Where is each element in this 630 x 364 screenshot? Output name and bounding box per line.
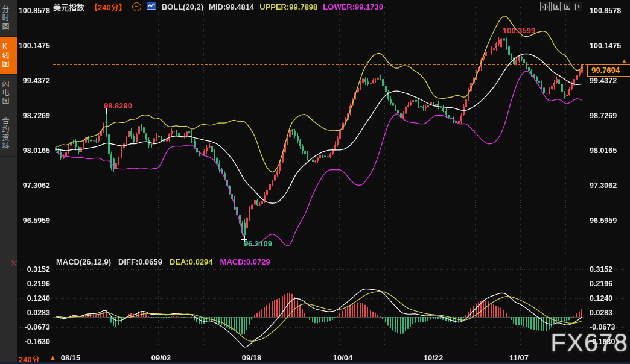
zoom-x-axis-button[interactable] — [551, 2, 561, 11]
x-axis-label: 10/22 — [424, 353, 444, 362]
collapse-indicator-icon[interactable]: − — [132, 2, 141, 11]
macd-axis-label: 0.1240 — [590, 294, 623, 303]
price-axis-label: 98.7269 — [590, 111, 623, 120]
macd-axis-label: 0.2196 — [16, 280, 50, 288]
macd-axis-label: 0.3152 — [590, 265, 623, 274]
price-axis-label: 97.3062 — [590, 181, 623, 190]
chart-type-sidebar: 分时图 K线图 闪电图 合约资料 — [0, 0, 18, 364]
price-axis-label: 100.1475 — [590, 42, 623, 50]
price-axis-label: 96.5959 — [16, 216, 50, 225]
scroll-right-button[interactable] — [573, 2, 582, 11]
swing-low-annotation: 96.2109 — [244, 239, 272, 248]
price-axis-label: 100.8578 — [16, 7, 50, 15]
local-high-annotation: 98.8290 — [104, 101, 132, 110]
macd-axis-label: -0.0673 — [16, 323, 50, 331]
boll-params-label: BOLL(20,2) — [162, 2, 203, 11]
chart-header: 美元指数 【240分】 − BOLL(20,2) MID:99.4814 UPP… — [53, 2, 383, 11]
price-axis-label: 100.1475 — [16, 42, 50, 50]
x-axis-label: 09/18 — [242, 353, 262, 362]
last-price-tag: 99.7694 — [587, 64, 630, 77]
macd-header: MACD(26,12,9) DIFF:0.0659 DEA:0.0294 MAC… — [56, 257, 270, 266]
pan-tool-button[interactable] — [540, 2, 550, 11]
sidebar-item-lightning-chart[interactable]: 闪电图 — [0, 75, 17, 111]
macd-axis-label: -0.1630 — [16, 337, 50, 346]
boll-lower-value: LOWER:99.1730 — [323, 2, 383, 11]
x-axis-label: 09/02 — [151, 353, 171, 362]
macd-dea-value: DEA:0.0294 — [170, 257, 213, 266]
macd-axis-label: 0.0283 — [16, 309, 50, 317]
x-axis-label: 10/04 — [333, 353, 353, 362]
macd-value: MACD:0.0729 — [220, 257, 270, 266]
macd-axis-label: 0.2196 — [590, 280, 623, 288]
price-axis-label: 98.0165 — [16, 146, 50, 155]
x-axis-label: 08/15 — [61, 353, 81, 362]
x-axis-label: 11/07 — [509, 353, 529, 362]
price-axis-label: 98.0165 — [590, 146, 623, 155]
kline-style-icon[interactable] — [147, 2, 156, 11]
boll-mid-value: MID:99.4814 — [209, 2, 254, 11]
zoom-y-axis-button[interactable] — [562, 2, 571, 11]
chart-toolbar — [540, 2, 582, 11]
period-selector-arrow-icon[interactable]: ▲ — [49, 354, 56, 361]
macd-diff-value: DIFF:0.0659 — [118, 257, 162, 266]
period-label: 【240分】 — [90, 1, 127, 13]
sidebar-item-contract-info[interactable]: 合约资料 — [0, 111, 17, 157]
swing-high-annotation: 100.3599 — [503, 26, 535, 35]
price-axis-label: 96.5959 — [590, 216, 623, 225]
price-axis-label: 99.4372 — [16, 77, 50, 85]
macd-axis-label: 0.0283 — [590, 309, 623, 317]
price-axis-label: 100.8578 — [590, 7, 623, 15]
sidebar-item-timeline-chart[interactable]: 分时图 — [0, 0, 17, 37]
macd-axis-label: 0.3152 — [16, 265, 50, 274]
kline-chart-window: 分时图 K线图 闪电图 合约资料 美元指数 【240分】 − BOLL(20,2… — [0, 0, 630, 364]
indicator-lock-icon[interactable] — [10, 259, 18, 269]
macd-axis-label: 0.1240 — [16, 294, 50, 303]
sidebar-item-kline-chart[interactable]: K线图 — [0, 37, 17, 75]
macd-params-label: MACD(26,12,9) — [56, 257, 111, 266]
symbol-title: 美元指数 — [53, 1, 84, 13]
price-chart-canvas[interactable] — [0, 0, 630, 364]
price-axis-label: 97.3062 — [16, 181, 50, 190]
price-up-arrow-icon: ▲ — [621, 57, 628, 64]
price-axis-label: 99.4372 — [590, 77, 623, 85]
price-axis-label: 98.7269 — [16, 111, 50, 120]
boll-upper-value: UPPER:99.7898 — [259, 2, 317, 11]
watermark-logo: FX678 — [550, 328, 628, 357]
